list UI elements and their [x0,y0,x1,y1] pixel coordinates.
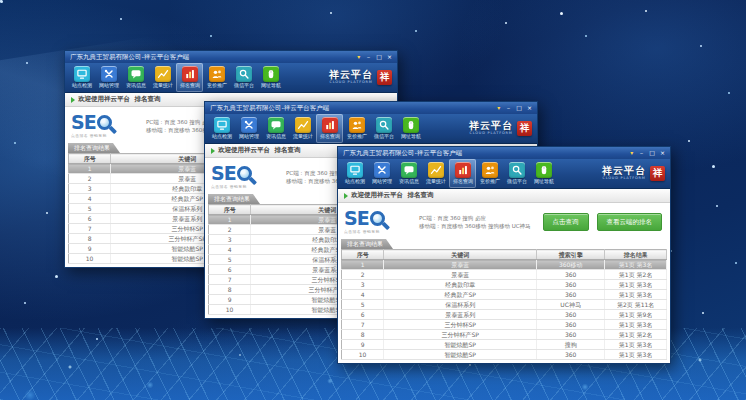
titlebar[interactable]: 广东九典王贸易有限公司-祥云平台客户端 ▾ － □ × [205,102,537,114]
breadcrumb-arrow-icon [211,148,215,154]
toolbar-item-label: 站点检测 [344,179,364,184]
toolbar-item-traffic-stats[interactable]: 流量统计 [422,159,449,188]
query-button[interactable]: 点击查询 [543,213,589,231]
minimize-icon[interactable]: － [365,54,371,60]
monitor-icon [74,66,90,82]
toolbar-item-traffic-stats[interactable]: 流量统计 [149,63,176,92]
toolbar-items: 站点检测网站管理资讯信息流量统计排名查询竞价推广微信平台网址导航 [208,114,424,143]
table-row[interactable]: 10智能炫酷SP360第1页 第3名 [342,350,667,360]
toolbar-item-rank-query[interactable]: 排名查询 [449,159,476,188]
toolbar-item-site-check[interactable]: 站点检测 [68,63,95,92]
table-row[interactable]: 2景泰蓝360第1页 第2名 [342,270,667,280]
brand-block: 祥云平台 CLOUD PLATFORM 祥 [469,114,532,143]
toolbar-item-label: 排名查询 [319,134,339,139]
brand-name: 祥云平台 [469,121,513,131]
toolbar-item-site-nav[interactable]: 网址导航 [397,114,424,143]
toolbar-item-traffic-stats[interactable]: 流量统计 [289,114,316,143]
maximize-icon[interactable]: □ [376,54,382,60]
tab-bar: 排名查询结果 [338,239,670,249]
toolbar-item-info[interactable]: 资讯信息 [122,63,149,92]
tab-rank-results[interactable]: 排名查询结果 [68,143,120,153]
window-controls: ▾ － □ × [357,54,392,60]
monitor-icon [214,117,230,133]
toolbar-item-label: 流量统计 [425,179,445,184]
col-header-index: 序号 [69,154,111,164]
engine-description: PC端：百度 360 搜狗 必应 移动端：百度移动 360移动 搜狗移动 UC神… [419,214,543,230]
bar-chart-icon [455,162,471,178]
toolbar-item-site-check[interactable]: 站点检测 [341,159,368,188]
maximize-icon[interactable]: □ [649,150,655,156]
close-icon[interactable]: × [527,105,532,111]
col-header-keyword: 关键词 [384,250,537,260]
titlebar[interactable]: 广东九典王贸易有限公司-祥云平台客户端 ▾ － □ × [65,51,397,63]
maximize-icon[interactable]: □ [516,105,522,111]
table-row[interactable]: 8三分钟杯产SP360第1页 第2名 [342,330,667,340]
toolbar-item-label: 网址导航 [400,134,420,139]
toolbar-item-rank-query[interactable]: 排名查询 [176,63,203,92]
toolbar-item-info[interactable]: 资讯信息 [262,114,289,143]
cloud-rank-button[interactable]: 查看云端的排名 [597,213,663,231]
toolbar-item-site-nav[interactable]: 网址导航 [530,159,557,188]
table-row[interactable]: 1景泰蓝360移动第1页 第3名 [342,260,667,270]
close-icon[interactable]: × [660,150,665,156]
toolbar-item-wechat[interactable]: 微信平台 [503,159,530,188]
table-row[interactable]: 9智能炫酷SP搜狗第1页 第3名 [342,340,667,350]
seo-logo-text: SE [211,165,236,182]
table-row[interactable]: 3经典款印章360第1页 第3名 [342,280,667,290]
table-row[interactable]: 7三分钟杯SP360第1页 第3名 [342,320,667,330]
brand-block: 祥云平台 CLOUD PLATFORM 祥 [329,63,392,92]
magnifier-icon [509,162,525,178]
titlebar[interactable]: 广东九典王贸易有限公司-祥云平台客户端 ▾ － □ × [338,147,670,159]
close-icon[interactable]: × [387,54,392,60]
toolbar-item-label: 流量统计 [292,134,312,139]
seo-logo: SE 点击排名 营销有我 [71,114,141,138]
toolbar-item-promotion[interactable]: 竞价推广 [203,63,230,92]
toolbar-item-wechat[interactable]: 微信平台 [370,114,397,143]
people-icon [209,66,225,82]
toolbar-item-site-manage[interactable]: 网站管理 [235,114,262,143]
toolbar-items: 站点检测网站管理资讯信息流量统计排名查询竞价推广微信平台网址导航 [341,159,557,188]
toolbar-item-label: 排名查询 [179,83,199,88]
table-row[interactable]: 5保温杯系列UC神马第2页 第11名 [342,300,667,310]
skin-icon[interactable]: ▾ [497,105,500,111]
brand-name: 祥云平台 [602,166,646,176]
toolbar-item-info[interactable]: 资讯信息 [395,159,422,188]
toolbar-item-label: 网站管理 [371,179,391,184]
toolbar-item-label: 流量统计 [152,83,172,88]
bar-chart-icon [182,66,198,82]
mouse-icon [536,162,552,178]
col-header-rank: 排名结果 [605,250,667,260]
breadcrumb-arrow-icon [71,97,75,103]
engine-desc-pc: PC端：百度 360 搜狗 必应 [419,214,543,222]
toolbar-item-label: 网站管理 [98,83,118,88]
toolbar-item-label: 资讯信息 [125,83,145,88]
window-controls: ▾ － □ × [497,105,532,111]
window-title: 广东九典王贸易有限公司-祥云平台客户端 [343,150,630,157]
tab-rank-results[interactable]: 排名查询结果 [208,194,260,204]
toolbar-item-site-nav[interactable]: 网址导航 [257,63,284,92]
toolbar-item-label: 网站管理 [238,134,258,139]
brand-subtitle: CLOUD PLATFORM [602,177,645,181]
toolbar-item-site-check[interactable]: 站点检测 [208,114,235,143]
toolbar-item-wechat[interactable]: 微信平台 [230,63,257,92]
seo-logo-text: SE [71,114,96,131]
brand-badge-icon: 祥 [377,70,392,85]
table-row[interactable]: 6景泰蓝系列360第1页 第9名 [342,310,667,320]
skin-icon[interactable]: ▾ [357,54,360,60]
skin-icon[interactable]: ▾ [630,150,633,156]
window-title: 广东九典王贸易有限公司-祥云平台客户端 [70,54,357,61]
tab-rank-results[interactable]: 排名查询结果 [341,239,393,249]
toolbar-item-site-manage[interactable]: 网站管理 [95,63,122,92]
table-row[interactable]: 4经典款产SP360第1页 第3名 [342,290,667,300]
magnifier-icon [97,115,112,130]
toolbar-item-site-manage[interactable]: 网站管理 [368,159,395,188]
magnifier-icon [376,117,392,133]
toolbar-item-promotion[interactable]: 竞价推广 [343,114,370,143]
results-table: 序号 关键词 搜索引擎 排名结果 1景泰蓝360移动第1页 第3名2景泰蓝360… [341,249,667,360]
toolbar-item-label: 站点检测 [211,134,231,139]
toolbar-item-rank-query[interactable]: 排名查询 [316,114,343,143]
minimize-icon[interactable]: － [638,150,644,156]
toolbar-item-promotion[interactable]: 竞价推广 [476,159,503,188]
toolbar: 站点检测网站管理资讯信息流量统计排名查询竞价推广微信平台网址导航 祥云平台 CL… [338,159,670,189]
minimize-icon[interactable]: － [505,105,511,111]
